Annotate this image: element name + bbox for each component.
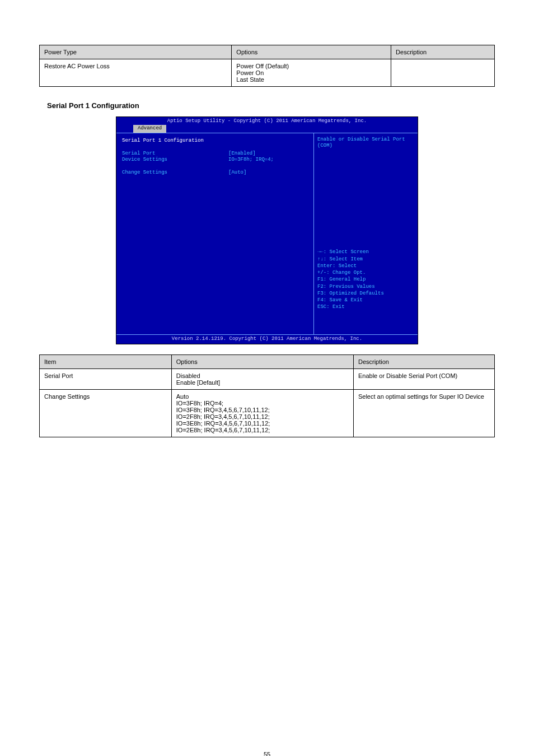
power-type-table: Power Type Options Description Restore A… xyxy=(39,45,495,87)
th2-description: Description xyxy=(353,354,494,368)
bios-lbl-serial-port: Serial Port xyxy=(122,151,228,157)
bios-title: Aptio Setup Utility - Copyright (C) 2011… xyxy=(116,117,418,125)
bios-key-5: F2: Previous Values xyxy=(317,284,414,290)
th-power-type: Power Type xyxy=(40,45,232,59)
td-options: Power Off (Default) Power On Last State xyxy=(232,59,391,87)
th-description: Description xyxy=(391,45,495,59)
td-power-type: Restore AC Power Loss xyxy=(40,59,232,87)
settings-table: Item Options Description Serial Port Dis… xyxy=(39,354,495,437)
td2-change-settings-desc: Select an optimal settings for Super IO … xyxy=(353,389,494,437)
th2-item: Item xyxy=(40,354,172,368)
td2-change-settings-options: Auto IO=3F8h; IRQ=4; IO=3F8h; IRQ=3,4,5,… xyxy=(171,389,353,437)
bios-lbl-change-settings: Change Settings xyxy=(122,170,228,176)
td2-serial-port-desc: Enable or Disable Serial Port (COM) xyxy=(353,368,494,389)
td2-serial-port-options: Disabled Enable [Default] xyxy=(171,368,353,389)
td2-serial-port: Serial Port xyxy=(40,368,172,389)
page-number: 55 xyxy=(39,751,495,756)
bios-key-3: +/-: Change Opt. xyxy=(317,270,414,276)
bios-val-serial-port: [Enabled] xyxy=(228,151,256,157)
bios-heading: Serial Port 1 Configuration xyxy=(122,138,308,144)
bios-key-1: ↑↓: Select Item xyxy=(317,256,414,263)
bios-key-7: F4: Save & Exit xyxy=(317,297,414,304)
bios-key-hints: →←: Select Screen ↑↓: Select Item Enter:… xyxy=(317,249,414,330)
bios-key-4: F1: General Help xyxy=(317,277,414,283)
bios-help-text: Enable or Disable Serial Port (COM) xyxy=(317,137,414,150)
bios-screenshot: Aptio Setup Utility - Copyright (C) 2011… xyxy=(116,116,418,344)
bios-key-6: F3: Optimized Defaults xyxy=(317,291,414,297)
bios-key-0: →←: Select Screen xyxy=(317,249,414,255)
bios-val-change-settings: [Auto] xyxy=(228,170,246,176)
bios-lbl-device-settings: Device Settings xyxy=(122,157,228,163)
bios-key-2: Enter: Select xyxy=(317,263,414,269)
th-options: Options xyxy=(232,45,391,59)
bios-val-device-settings: IO=3F8h; IRQ=4; xyxy=(228,157,274,163)
td2-change-settings: Change Settings xyxy=(40,389,172,437)
bios-key-8: ESC: Exit xyxy=(317,304,414,310)
th2-options: Options xyxy=(171,354,353,368)
section-title: Serial Port 1 Configuration xyxy=(47,101,495,110)
bios-tab-advanced: Advanced xyxy=(133,125,166,132)
td-description xyxy=(391,59,495,87)
bios-footer: Version 2.14.1219. Copyright (C) 2011 Am… xyxy=(116,334,418,344)
